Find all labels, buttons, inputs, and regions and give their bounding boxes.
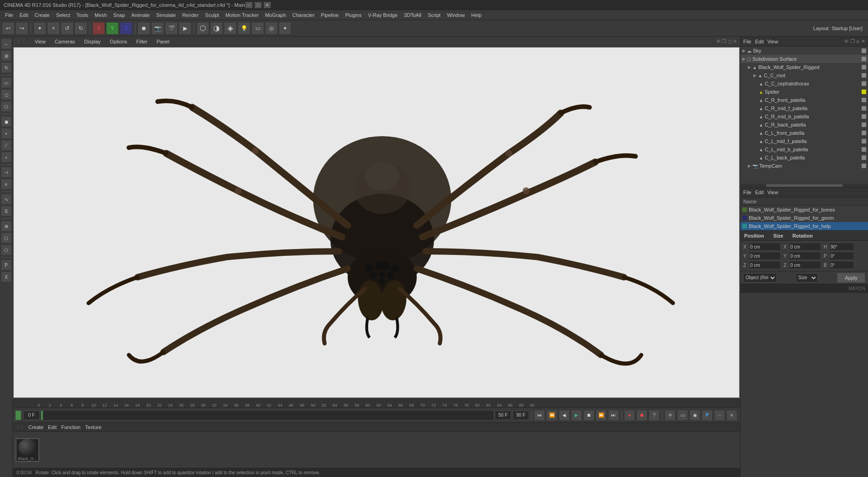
apply-button[interactable]: Apply bbox=[837, 273, 865, 283]
panel-menu[interactable]: Panel bbox=[154, 38, 172, 45]
filter-menu[interactable]: Filter bbox=[133, 38, 150, 45]
rot-h-field[interactable] bbox=[829, 243, 854, 251]
view-menu[interactable]: View bbox=[32, 38, 48, 45]
motion-p[interactable]: P bbox=[702, 410, 713, 421]
spline-tool[interactable]: ∿ bbox=[1, 194, 12, 205]
play-button[interactable]: ▶ bbox=[571, 410, 582, 421]
mat-list-edit[interactable]: Edit bbox=[755, 190, 764, 195]
shaded-button[interactable]: ◑ bbox=[210, 22, 223, 35]
xpresso-tool[interactable]: X bbox=[1, 271, 12, 282]
expand-arrow-3[interactable]: ▶ bbox=[753, 73, 757, 78]
wire-button[interactable]: ⬡ bbox=[196, 22, 209, 35]
lasso-select[interactable]: ⬠ bbox=[1, 101, 12, 112]
menu-script[interactable]: Script bbox=[424, 11, 444, 19]
rotation2-button[interactable]: ↻ bbox=[74, 22, 87, 35]
undo-button[interactable]: ↩ bbox=[2, 22, 15, 35]
z-axis-button[interactable]: Z bbox=[120, 22, 132, 35]
edge-mode[interactable]: ∕ bbox=[1, 140, 12, 151]
menu-mesh[interactable]: Mesh bbox=[91, 11, 110, 19]
size-z-field[interactable] bbox=[789, 261, 821, 269]
menu-plugins[interactable]: Plugins bbox=[342, 11, 365, 19]
menu-edit[interactable]: Edit bbox=[16, 11, 32, 19]
mat-edit-btn[interactable]: Edit bbox=[48, 424, 57, 430]
menu-pipeline[interactable]: Pipeline bbox=[318, 11, 342, 19]
mat-row-1[interactable]: Black_Wolf_Spider_Rigged_for_geom bbox=[741, 214, 868, 222]
film-button[interactable]: 🎬 bbox=[165, 22, 178, 35]
scrollbar-thumb[interactable] bbox=[766, 184, 842, 187]
motion-dots[interactable]: ⋯ bbox=[714, 410, 725, 421]
timeline-bar[interactable] bbox=[41, 411, 493, 420]
expand-arrow-2[interactable]: ▶ bbox=[748, 65, 752, 69]
obj-row-2[interactable]: ▶▲Black_Wolf_Spider_Rigged bbox=[741, 63, 868, 71]
size-mode-dropdown[interactable]: Size Scale bbox=[796, 273, 818, 282]
rot-b-field[interactable] bbox=[829, 261, 854, 269]
menu-motion-tracker[interactable]: Motion Tracker bbox=[222, 11, 262, 19]
menu-simulate[interactable]: Simulate bbox=[153, 11, 179, 19]
mirror-tool[interactable]: ⊣ bbox=[1, 167, 12, 178]
minimize-button[interactable]: − bbox=[245, 2, 253, 8]
mat-list-view[interactable]: View bbox=[767, 190, 778, 195]
obj-row-4[interactable]: ▲C_C_cephalothorax bbox=[741, 80, 868, 88]
cameras-menu[interactable]: Cameras bbox=[52, 38, 78, 45]
obj-row-10[interactable]: ▲C_L_front_patella bbox=[741, 129, 868, 137]
jump-start-button[interactable]: ⏮ bbox=[534, 410, 545, 421]
floor-button[interactable]: ▭ bbox=[251, 22, 264, 35]
rot-p-field[interactable] bbox=[829, 252, 854, 260]
obj-row-9[interactable]: ▲C_R_back_patella bbox=[741, 121, 868, 129]
select-tool[interactable]: ▭ bbox=[1, 77, 12, 88]
pos-y-field[interactable] bbox=[749, 252, 781, 260]
motion-clip[interactable]: ▭ bbox=[677, 410, 688, 421]
mat-row-0[interactable]: Black_Wolf_Spider_Rigged_for_bones bbox=[741, 206, 868, 214]
pos-x-field[interactable] bbox=[749, 243, 781, 251]
menu-help[interactable]: Help bbox=[468, 11, 485, 19]
options-menu[interactable]: Options bbox=[107, 38, 130, 45]
open-button[interactable]: + bbox=[47, 22, 60, 35]
sculpt-tool[interactable]: ⋒ bbox=[1, 221, 12, 232]
maximize-button[interactable]: □ bbox=[254, 2, 262, 8]
python-tool[interactable]: P bbox=[1, 260, 12, 270]
obj-row-8[interactable]: ▲C_R_mid_b_patella bbox=[741, 112, 868, 121]
model-mode[interactable]: ◼ bbox=[1, 116, 12, 127]
close-button[interactable]: ✕ bbox=[264, 2, 271, 8]
menu-window[interactable]: Window bbox=[444, 11, 468, 19]
frame-start-field[interactable] bbox=[23, 411, 40, 420]
play-back-button[interactable]: ◀ bbox=[559, 410, 570, 421]
point-mode[interactable]: • bbox=[1, 128, 12, 139]
menu-mograph[interactable]: MoGraph bbox=[262, 11, 289, 19]
obj-row-5[interactable]: ▲Spider bbox=[741, 88, 868, 96]
rp-file[interactable]: File bbox=[743, 39, 752, 44]
poly-mode[interactable]: ▪ bbox=[1, 152, 12, 163]
rotation-button[interactable]: ↺ bbox=[61, 22, 74, 35]
mat-function-btn[interactable]: Function bbox=[61, 424, 80, 430]
new-button[interactable]: ✦ bbox=[33, 22, 46, 35]
menu-render[interactable]: Render bbox=[179, 11, 202, 19]
menu-select[interactable]: Select bbox=[53, 11, 74, 19]
rp-scrollbar[interactable] bbox=[741, 184, 868, 187]
auto-key-button[interactable]: ⏺ bbox=[636, 410, 647, 421]
size-y-field[interactable] bbox=[789, 252, 821, 260]
viewport[interactable] bbox=[13, 47, 740, 398]
expand-arrow-1[interactable]: ▶ bbox=[742, 57, 746, 61]
expand-arrow-14[interactable]: ▶ bbox=[748, 164, 752, 168]
align-tool[interactable]: ≡ bbox=[1, 179, 12, 190]
jump-end-button[interactable]: ⏭ bbox=[608, 410, 619, 421]
light-button[interactable]: 💡 bbox=[238, 22, 250, 35]
x-axis-button[interactable]: X bbox=[92, 22, 105, 35]
menu-create[interactable]: Create bbox=[32, 11, 53, 19]
next-frame-button[interactable]: ⏩ bbox=[596, 410, 607, 421]
obj-row-13[interactable]: ▲C_L_back_patella bbox=[741, 154, 868, 162]
rotate-tool[interactable]: ↻ bbox=[1, 62, 12, 73]
menu-snap[interactable]: Snap bbox=[110, 11, 128, 19]
obj-row-14[interactable]: ▶📷TempCam bbox=[741, 162, 868, 170]
beam-button[interactable]: ✦ bbox=[279, 22, 291, 35]
menu-sculpt[interactable]: Sculpt bbox=[202, 11, 222, 19]
obj-row-12[interactable]: ▲C_L_mid_b_patella bbox=[741, 145, 868, 154]
expand-arrow-0[interactable]: ▶ bbox=[742, 48, 746, 53]
rp-edit[interactable]: Edit bbox=[755, 39, 764, 44]
camera2-button[interactable]: ◎ bbox=[265, 22, 278, 35]
anim-settings[interactable]: ✛ bbox=[665, 410, 676, 421]
render-button[interactable]: ▶ bbox=[179, 22, 191, 35]
menu-character[interactable]: Character bbox=[289, 11, 318, 19]
obj-row-1[interactable]: ▶⬡Subdivision Surface bbox=[741, 55, 868, 63]
redo-button[interactable]: ↪ bbox=[16, 22, 28, 35]
